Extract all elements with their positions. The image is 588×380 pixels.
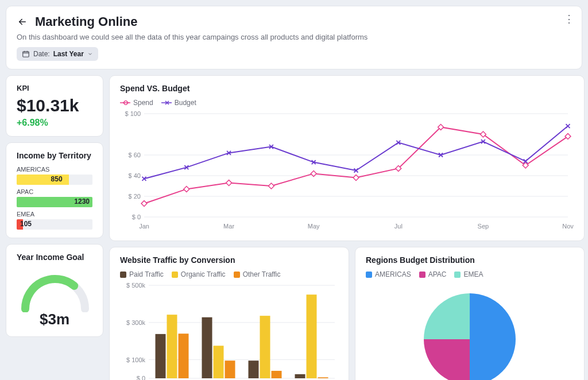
page-title: Marketing Online	[35, 14, 137, 29]
svg-text:Mar: Mar	[223, 223, 234, 230]
svg-text:May: May	[308, 223, 320, 230]
dashboard-header: Marketing Online ⋮ On this dashboard we …	[6, 6, 582, 69]
territory-label: APAC	[17, 188, 92, 195]
svg-text:$ 20: $ 20	[129, 193, 141, 200]
territory-label: AMERICAS	[17, 166, 92, 173]
kpi-delta: +6.98%	[17, 118, 92, 128]
kpi-heading: KPI	[17, 84, 92, 92]
pie-chart	[412, 282, 527, 380]
kpi-card: KPI $10.31k +6.98%	[6, 75, 103, 137]
svg-text:$ 100k: $ 100k	[126, 356, 146, 363]
svg-rect-20	[141, 201, 147, 207]
svg-rect-22	[226, 180, 232, 186]
date-chip-value: Last Year	[53, 50, 84, 58]
spend-budget-title: Spend VS. Budget	[120, 84, 574, 93]
territory-bar: 850	[17, 175, 92, 185]
svg-text:$ 0: $ 0	[137, 375, 145, 380]
income-territory-title: Income by Territory	[17, 151, 92, 160]
svg-text:Sep: Sep	[478, 223, 489, 230]
svg-rect-41	[179, 334, 189, 378]
date-filter-chip[interactable]: Date: Last Year	[17, 47, 98, 61]
svg-text:Jan: Jan	[139, 223, 149, 230]
legend-americas: AMERICAS	[375, 270, 411, 278]
spend-budget-chart: $ 0$ 20$ 40$ 60$ 100JanMarMayJulSepNov	[120, 110, 574, 231]
svg-text:Nov: Nov	[562, 223, 574, 230]
svg-rect-23	[268, 183, 274, 189]
income-territory-card: Income by Territory AMERICAS850APAC1230E…	[6, 142, 103, 238]
svg-rect-49	[272, 371, 282, 378]
svg-rect-0	[23, 52, 29, 57]
traffic-card: Website Traffic by Conversion Paid Traff…	[109, 247, 349, 380]
territory-value: 1230	[74, 197, 90, 205]
pie-card: Regions Budget Distribution AMERICAS APA…	[355, 247, 585, 380]
pie-title: Regions Budget Distribution	[366, 255, 574, 265]
svg-rect-45	[225, 360, 235, 378]
legend-spend: Spend	[133, 99, 153, 107]
svg-text:$ 100: $ 100	[125, 110, 141, 117]
calendar-icon	[22, 50, 30, 58]
goal-gauge	[17, 267, 94, 312]
year-goal-title: Year Income Goal	[17, 253, 92, 262]
year-goal-value: $3m	[17, 311, 92, 328]
pie-legend: AMERICAS APAC EMEA	[366, 270, 574, 278]
territory-bar: 1230	[17, 197, 92, 207]
svg-text:$ 60: $ 60	[129, 152, 141, 158]
date-chip-prefix: Date:	[33, 50, 50, 58]
traffic-title: Website Traffic by Conversion	[120, 255, 338, 265]
svg-rect-43	[202, 317, 212, 378]
svg-text:$ 500k: $ 500k	[126, 282, 146, 289]
page-subtitle: On this dashboard we could see all the d…	[17, 33, 571, 41]
year-goal-card: Year Income Goal $3m	[6, 244, 103, 337]
svg-rect-40	[167, 315, 177, 378]
spend-budget-card: Spend VS. Budget Spend Budget $ 0$ 20$ 4…	[109, 75, 585, 241]
traffic-legend: Paid Traffic Organic Traffic Other Traff…	[120, 270, 338, 278]
svg-rect-53	[318, 377, 328, 378]
svg-rect-21	[184, 186, 189, 192]
territory-bar: 105	[17, 219, 92, 230]
legend-apac: APAC	[428, 270, 447, 278]
svg-text:Jul: Jul	[394, 223, 403, 230]
legend-organic: Organic Traffic	[181, 270, 226, 278]
svg-text:$ 40: $ 40	[129, 172, 141, 179]
svg-rect-52	[307, 294, 317, 378]
svg-rect-48	[260, 316, 270, 378]
svg-text:$ 300k: $ 300k	[126, 319, 146, 326]
legend-emea: EMEA	[463, 270, 483, 278]
territory-value: 850	[51, 175, 63, 183]
territory-label: EMEA	[17, 211, 92, 218]
legend-other: Other Traffic	[243, 270, 281, 278]
more-menu-icon[interactable]: ⋮	[562, 12, 576, 26]
spend-budget-legend: Spend Budget	[120, 99, 574, 107]
svg-rect-44	[214, 346, 224, 378]
svg-rect-39	[156, 334, 166, 378]
back-icon[interactable]	[17, 16, 28, 28]
svg-text:$ 0: $ 0	[132, 214, 141, 220]
territory-value: 105	[20, 220, 32, 228]
svg-rect-51	[295, 374, 305, 378]
chevron-down-icon	[87, 51, 93, 57]
kpi-value: $10.31k	[17, 96, 92, 115]
legend-paid: Paid Traffic	[129, 270, 164, 278]
legend-budget: Budget	[175, 99, 196, 107]
svg-rect-47	[249, 360, 259, 378]
traffic-chart: $ 0$ 100k$ 300k$ 500kQ1Q2Q3Q4	[120, 282, 338, 380]
